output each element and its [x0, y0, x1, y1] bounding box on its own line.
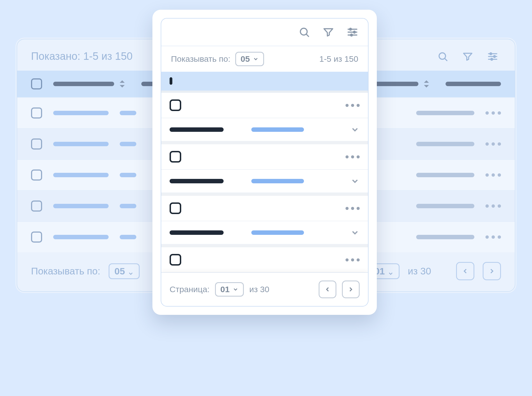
page-total: из 30: [249, 285, 269, 294]
more-actions-icon[interactable]: [485, 204, 501, 208]
cell-link[interactable]: [251, 230, 304, 235]
cell-link[interactable]: [251, 127, 304, 132]
more-actions-icon[interactable]: [485, 111, 501, 115]
svg-point-15: [351, 34, 352, 36]
cell-link[interactable]: [120, 235, 136, 239]
cell-text: [416, 235, 474, 239]
filter-icon[interactable]: [462, 51, 473, 62]
per-page-select[interactable]: 05: [235, 52, 264, 66]
settings-sliders-icon[interactable]: [347, 26, 358, 38]
svg-line-1: [445, 58, 447, 61]
cell-text: [416, 173, 474, 177]
cell-text: [170, 127, 224, 132]
cell-link[interactable]: [251, 179, 304, 183]
mobile-card: Показывать по: 05 1-5 из 150: [152, 10, 377, 315]
mobile-table-header: [161, 72, 368, 93]
column-header[interactable]: [53, 82, 114, 86]
more-actions-icon[interactable]: [346, 104, 360, 107]
svg-point-14: [354, 31, 355, 33]
cell-link[interactable]: [53, 142, 109, 146]
more-actions-icon[interactable]: [346, 207, 360, 210]
cell-link[interactable]: [120, 142, 136, 146]
row-checkbox[interactable]: [31, 169, 42, 181]
cell-link[interactable]: [53, 111, 109, 115]
svg-line-9: [306, 34, 309, 37]
row-checkbox[interactable]: [170, 202, 181, 214]
sort-icon[interactable]: [424, 80, 429, 88]
list-item: [161, 247, 368, 272]
list-item: [161, 93, 368, 144]
per-page-label: Показывать по:: [31, 266, 100, 277]
settings-sliders-icon[interactable]: [487, 51, 498, 62]
mobile-pagination: Страница: 01 из 30: [161, 273, 368, 306]
search-icon[interactable]: [437, 51, 448, 62]
range-label: 1-5 из 150: [319, 54, 358, 64]
row-checkbox[interactable]: [170, 254, 181, 266]
more-actions-icon[interactable]: [346, 258, 360, 261]
svg-point-7: [491, 58, 493, 60]
cell-text: [416, 142, 474, 146]
filter-icon[interactable]: [323, 26, 334, 38]
list-item: [161, 144, 368, 196]
chevron-down-icon[interactable]: [350, 176, 360, 186]
row-checkbox[interactable]: [170, 151, 181, 163]
cell-link[interactable]: [53, 204, 109, 208]
row-checkbox[interactable]: [31, 232, 42, 243]
page-label: Страница:: [170, 285, 209, 294]
next-page-button[interactable]: [483, 262, 501, 280]
per-page-select[interactable]: 05: [109, 263, 140, 279]
chevron-down-icon[interactable]: [350, 125, 360, 134]
cell-text: [170, 179, 224, 183]
cell-text: [416, 204, 474, 208]
column-header[interactable]: [446, 82, 501, 86]
more-actions-icon[interactable]: [485, 173, 501, 177]
next-page-button[interactable]: [342, 281, 360, 298]
list-item: [161, 196, 368, 247]
prev-page-button[interactable]: [456, 262, 474, 280]
cell-link[interactable]: [53, 235, 109, 239]
svg-point-6: [493, 55, 495, 57]
desktop-summary: Показано: 1-5 из 150: [31, 50, 133, 62]
per-page-label: Показывать по:: [171, 54, 230, 64]
more-actions-icon[interactable]: [485, 235, 501, 239]
cell-link[interactable]: [120, 173, 136, 177]
cell-link[interactable]: [120, 111, 136, 115]
page-total: из 30: [408, 266, 431, 277]
cell-text: [170, 230, 224, 235]
select-all-checkbox[interactable]: [170, 77, 172, 85]
cell-text: [416, 111, 474, 115]
search-icon[interactable]: [298, 26, 310, 38]
row-checkbox[interactable]: [31, 200, 42, 212]
row-checkbox[interactable]: [170, 99, 181, 111]
mobile-subbar: Показывать по: 05 1-5 из 150: [161, 46, 368, 72]
page-select[interactable]: 01: [215, 282, 244, 297]
more-actions-icon[interactable]: [485, 142, 501, 146]
svg-point-13: [350, 28, 352, 30]
select-all-checkbox[interactable]: [31, 78, 42, 89]
more-actions-icon[interactable]: [346, 155, 360, 158]
row-checkbox[interactable]: [31, 107, 42, 119]
cell-link[interactable]: [53, 173, 109, 177]
cell-link[interactable]: [120, 204, 136, 208]
row-checkbox[interactable]: [31, 138, 42, 150]
prev-page-button[interactable]: [319, 281, 336, 298]
svg-point-5: [490, 53, 492, 55]
mobile-toolbar: [161, 19, 368, 46]
chevron-down-icon[interactable]: [350, 228, 360, 237]
sort-icon[interactable]: [120, 80, 125, 88]
